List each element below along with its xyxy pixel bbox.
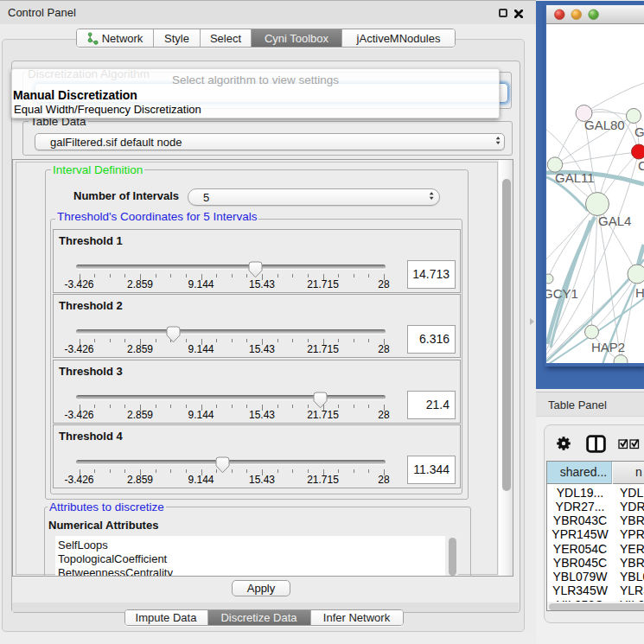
svg-text:GAL80: GAL80 xyxy=(584,118,625,132)
svg-text:H: H xyxy=(635,285,644,300)
svg-text:GAL4: GAL4 xyxy=(598,214,631,228)
svg-text:C: C xyxy=(638,158,644,173)
svg-text:GA: GA xyxy=(634,124,644,139)
svg-text:HAP2: HAP2 xyxy=(591,340,625,354)
svg-text:GCY1: GCY1 xyxy=(546,286,578,301)
svg-text:GAL11: GAL11 xyxy=(555,170,595,185)
